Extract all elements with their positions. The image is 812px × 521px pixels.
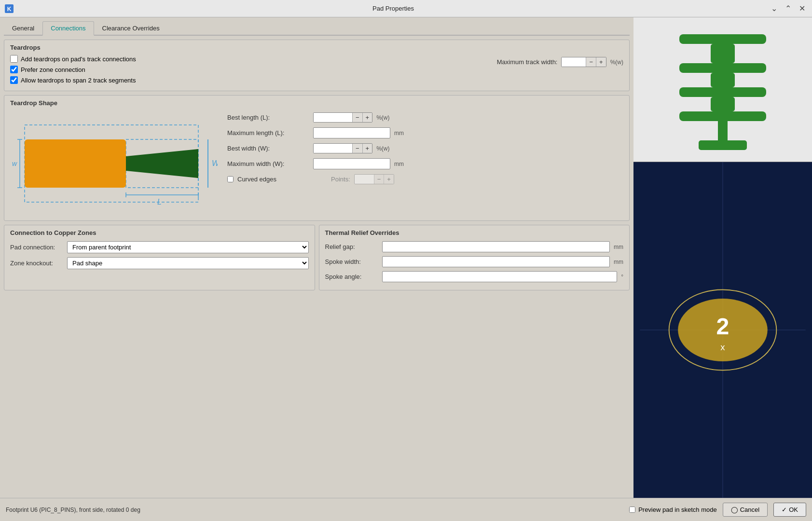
max-track-width-input[interactable]: 90 [562,57,586,67]
allow-span-label: Allow teardrops to span 2 track segments [21,77,136,84]
curved-edges-row: Curved edges Points: 5 − + [227,174,623,184]
cancel-icon: ◯ [731,506,738,513]
svg-text:2: 2 [716,313,729,339]
svg-rect-4 [25,139,126,188]
best-length-label: Best length (L): [227,114,309,121]
best-width-row: Best width (W): 100 − + %(w) [227,143,623,153]
svg-text:K: K [7,6,12,13]
svg-marker-6 [126,149,198,178]
max-track-width-decrement[interactable]: − [586,57,596,67]
best-length-unit: %(w) [376,114,389,121]
thermal-relief-section: Thermal Relief Overrides Relief gap: 0 m… [319,225,630,290]
points-label: Points: [331,176,350,183]
ok-label: OK [789,506,798,513]
minimize-button[interactable]: ⌄ [768,3,780,14]
best-length-decrement[interactable]: − [352,113,362,122]
component-preview-svg [650,20,795,160]
points-spinbox: 5 − + [354,174,394,184]
zone-knockout-row: Zone knockout: Pad shape Convex hull [10,257,309,269]
best-length-input[interactable]: 50 [314,113,352,122]
best-width-unit: %(w) [376,145,389,152]
relief-gap-row: Relief gap: 0 mm [325,241,624,252]
relief-gap-input[interactable]: 0 [382,241,610,252]
curved-edges-label: Curved edges [237,176,319,183]
tab-clearance[interactable]: Clearance Overrides [94,21,168,35]
maximize-button[interactable]: ⌃ [782,3,794,14]
best-length-spinbox: 50 − + [313,112,372,123]
svg-rect-20 [679,63,766,73]
max-track-width-unit: %(w) [610,59,623,66]
statusbar-right: Preview pad in sketch mode ◯ Cancel ✓ OK [629,503,806,517]
preview-sketch-checkbox[interactable] [629,507,635,513]
spoke-angle-label: Spoke angle: [325,273,378,280]
svg-text:w: w [12,160,17,167]
svg-text:W: W [212,159,218,167]
add-teardrops-label: Add teardrops on pad's track connections [21,55,136,63]
tab-connections[interactable]: Connections [42,21,94,36]
add-teardrops-checkbox[interactable] [10,55,18,63]
window-title: Pad Properties [18,5,768,12]
max-width-label: Maximum width (W): [227,160,309,167]
svg-rect-23 [711,97,735,111]
svg-text:L: L [157,198,162,206]
ok-button[interactable]: ✓ OK [773,503,806,517]
allow-span-checkbox[interactable] [10,76,18,84]
teardrop-shape-section: Teardrop Shape W [4,95,630,221]
teardrops-title: Teardrops [10,44,623,51]
relief-gap-label: Relief gap: [325,243,378,250]
prefer-zone-label: Prefer zone connection [21,66,85,73]
svg-rect-18 [679,34,766,44]
curved-edges-checkbox[interactable] [227,176,234,182]
max-width-row: Maximum width (W): 2 mm [227,158,623,169]
max-track-width-increment[interactable]: + [596,57,606,67]
relief-gap-unit: mm [614,244,623,250]
statusbar: Footprint U6 (PIC_8_PINS), front side, r… [0,498,812,521]
svg-rect-19 [711,44,735,63]
best-width-input[interactable]: 100 [314,144,352,153]
pad-connection-select[interactable]: From parent footprint Solid Thermal reli… [67,241,309,253]
allow-span-row: Allow teardrops to span 2 track segments [10,76,136,84]
max-track-width-spinbox: 90 − + [561,57,606,67]
max-length-input[interactable]: 1 [313,127,390,138]
max-length-row: Maximum length (L): 1 mm [227,127,623,138]
spoke-width-label: Spoke width: [325,258,378,265]
best-length-increment[interactable]: + [362,113,372,122]
cancel-label: Cancel [740,506,759,513]
right-panel: 2 x [633,17,812,498]
best-width-decrement[interactable]: − [352,144,362,153]
svg-text:x: x [720,342,725,352]
svg-rect-25 [718,121,728,140]
prefer-zone-checkbox[interactable] [10,66,18,73]
spoke-width-unit: mm [614,259,623,265]
zone-knockout-select[interactable]: Pad shape Convex hull [67,257,309,269]
teardrops-section: Teardrops Add teardrops on pad's track c… [4,40,630,91]
spoke-width-input[interactable]: 0 [382,256,610,267]
teardrop-diagram: W w L [10,110,218,217]
teardrop-shape-title: Teardrop Shape [10,99,623,107]
preview-bottom: 2 x [633,162,812,498]
ok-icon: ✓ [782,506,787,513]
points-increment[interactable]: + [384,175,394,184]
close-button[interactable]: ✕ [796,3,808,14]
tab-general[interactable]: General [4,21,42,35]
max-length-unit: mm [394,130,404,137]
zone-knockout-label: Zone knockout: [10,260,63,267]
tab-bar: General Connections Clearance Overrides [4,21,630,36]
points-decrement[interactable]: − [374,175,384,184]
max-width-input[interactable]: 2 [313,158,390,169]
main-content: General Connections Clearance Overrides … [0,17,812,498]
add-teardrops-row: Add teardrops on pad's track connections [10,55,136,63]
spoke-width-row: Spoke width: 0 mm [325,256,624,267]
copper-zones-title: Connection to Copper Zones [10,229,309,236]
teardrop-controls: Best length (L): 50 − + %(w) Maximum len… [227,110,623,184]
max-track-width-label: Maximum track width: [497,58,558,66]
cancel-button[interactable]: ◯ Cancel [723,503,768,517]
preview-check-row: Preview pad in sketch mode [629,506,717,513]
best-width-spinbox: 100 − + [313,143,372,153]
spoke-angle-input[interactable]: 90 [382,271,618,282]
best-width-increment[interactable]: + [362,144,372,153]
svg-rect-21 [711,73,735,87]
prefer-zone-row: Prefer zone connection [10,66,136,73]
points-input[interactable]: 5 [355,175,374,184]
app-icon: K [4,3,14,14]
